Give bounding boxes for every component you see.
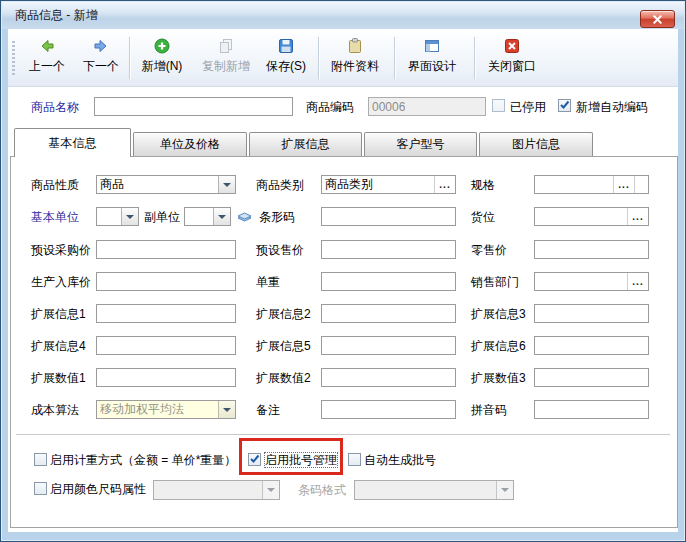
ellipsis-button[interactable]: ...	[434, 176, 455, 193]
ext3-input[interactable]	[534, 304, 649, 323]
ellipsis-button[interactable]: ...	[627, 208, 648, 225]
unit-weight-input[interactable]	[321, 272, 456, 291]
sale-price-input[interactable]	[321, 240, 456, 259]
nature-select[interactable]: 商品	[96, 175, 236, 194]
sub-unit-label: 副单位	[144, 210, 180, 224]
next-label: 下一个	[83, 58, 119, 75]
num3-input[interactable]	[534, 368, 649, 387]
tab-image-info[interactable]: 图片信息	[479, 132, 593, 156]
close-window-button[interactable]: 关闭窗口	[480, 34, 544, 82]
ext5-input[interactable]	[321, 336, 456, 355]
close-window-label: 关闭窗口	[488, 58, 536, 75]
product-info-dialog: 商品信息 - 新增 上一个 下一个 新增(N) 复制新增	[0, 0, 686, 542]
category-value: 商品类别	[325, 176, 373, 193]
add-new-button[interactable]: 新增(N)	[135, 34, 189, 82]
batch-mgmt-label[interactable]: 启用批号管理	[265, 453, 337, 467]
barcode-format-select	[354, 480, 514, 500]
sale-price-label: 预设售价	[256, 243, 304, 257]
section-divider	[16, 434, 670, 435]
pinyin-input[interactable]	[534, 400, 649, 419]
attachments-button[interactable]: 附件资料	[323, 34, 387, 82]
discontinued-checkbox[interactable]	[492, 99, 505, 112]
batch-mgmt-checkbox[interactable]	[248, 453, 261, 466]
pinyin-label: 拼音码	[471, 403, 507, 417]
ext4-input[interactable]	[96, 336, 236, 355]
unit-weight-label: 单重	[256, 275, 280, 289]
ext3-label: 扩展信息3	[471, 307, 526, 321]
ext1-label: 扩展信息1	[31, 307, 86, 321]
clipboard-icon	[346, 37, 364, 55]
base-unit-select[interactable]	[96, 207, 139, 226]
num2-label: 扩展数值2	[256, 371, 311, 385]
tab-basic-info[interactable]: 基本信息	[14, 128, 131, 157]
barcode-input[interactable]	[321, 207, 456, 226]
retail-price-label: 零售价	[471, 243, 507, 257]
ext2-label: 扩展信息2	[256, 307, 311, 321]
auto-batch-checkbox[interactable]	[348, 453, 361, 466]
tab-units-prices[interactable]: 单位及价格	[133, 132, 247, 156]
remark-label: 备注	[256, 403, 280, 417]
ext6-input[interactable]	[534, 336, 649, 355]
ui-design-button[interactable]: 界面设计	[400, 34, 464, 82]
close-icon	[652, 14, 663, 25]
retail-price-input[interactable]	[534, 240, 649, 259]
copy-add-label: 复制新增	[202, 58, 250, 75]
ext4-label: 扩展信息4	[31, 339, 86, 353]
location-label: 货位	[471, 210, 495, 224]
discontinued-label[interactable]: 已停用	[510, 100, 546, 114]
auto-batch-label[interactable]: 自动生成批号	[364, 453, 436, 467]
ext2-input[interactable]	[321, 304, 456, 323]
spec-extra-button[interactable]	[634, 176, 648, 193]
client-area: 上一个 下一个 新增(N) 复制新增 保存(S) 附件资料	[8, 29, 678, 532]
sales-dept-label: 销售部门	[471, 275, 519, 289]
purchase-price-label: 预设采购价	[31, 243, 91, 257]
color-size-label[interactable]: 启用颜色尺码属性	[50, 482, 146, 496]
previous-button[interactable]: 上一个	[21, 34, 73, 82]
production-price-input[interactable]	[96, 272, 236, 291]
color-size-checkbox[interactable]	[34, 482, 47, 495]
sub-unit-select[interactable]	[184, 207, 231, 226]
ellipsis-button[interactable]: ...	[627, 273, 648, 290]
tab-image-info-label: 图片信息	[512, 136, 560, 153]
toolbar-grip	[12, 41, 15, 75]
category-picker[interactable]: 商品类别 ...	[321, 175, 456, 194]
next-button[interactable]: 下一个	[75, 34, 127, 82]
weigh-mode-checkbox[interactable]	[34, 453, 47, 466]
add-new-label: 新增(N)	[142, 58, 183, 75]
cost-method-label: 成本算法	[31, 403, 79, 417]
chevron-down-icon[interactable]	[218, 176, 235, 193]
copy-add-button[interactable]: 复制新增	[196, 34, 256, 82]
num1-label: 扩展数值1	[31, 371, 86, 385]
num1-input[interactable]	[96, 368, 236, 387]
tab-extended-info[interactable]: 扩展信息	[249, 132, 362, 156]
num2-input[interactable]	[321, 368, 456, 387]
tab-customer-model[interactable]: 客户型号	[364, 132, 477, 156]
ellipsis-button[interactable]: ...	[613, 176, 634, 193]
purchase-price-input[interactable]	[96, 240, 236, 259]
remark-input[interactable]	[321, 400, 456, 419]
category-label: 商品类别	[256, 178, 304, 192]
red-x-icon	[503, 37, 521, 55]
title-bar: 商品信息 - 新增	[2, 2, 684, 29]
close-button[interactable]	[640, 10, 675, 28]
product-code-label: 商品编码	[306, 100, 354, 114]
ext1-input[interactable]	[96, 304, 236, 323]
chevron-down-icon[interactable]	[121, 208, 138, 225]
base-unit-label[interactable]: 基本单位	[31, 210, 79, 224]
cost-method-value: 移动加权平均法	[100, 401, 184, 418]
autocode-checkbox[interactable]	[558, 99, 571, 112]
location-picker[interactable]: ...	[534, 207, 649, 226]
spec-picker[interactable]: ...	[534, 175, 649, 194]
window-title: 商品信息 - 新增	[15, 7, 98, 24]
product-name-input[interactable]	[94, 97, 293, 116]
chevron-down-icon[interactable]	[213, 208, 230, 225]
attachments-label: 附件资料	[331, 58, 379, 75]
barcode-format-label: 条码格式	[298, 483, 346, 497]
book-icon[interactable]	[236, 208, 253, 224]
save-button[interactable]: 保存(S)	[259, 34, 313, 82]
autocode-label[interactable]: 新增自动编码	[576, 100, 648, 114]
nature-value: 商品	[100, 176, 124, 193]
weigh-mode-label[interactable]: 启用计重方式（金额 = 单价*重量）	[50, 453, 236, 467]
product-code-input: 00006	[368, 97, 486, 116]
sales-dept-picker[interactable]: ...	[534, 272, 649, 291]
